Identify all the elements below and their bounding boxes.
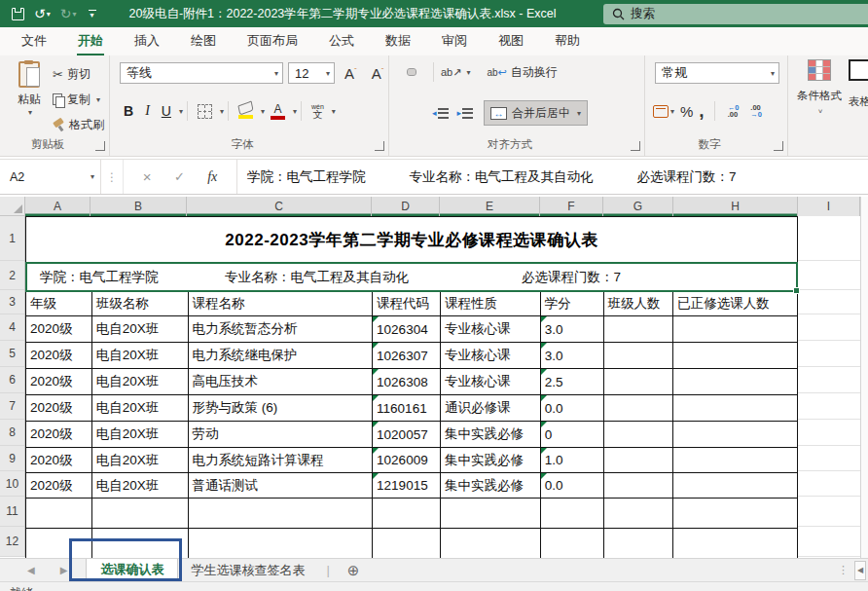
table-cell[interactable] [91, 529, 188, 558]
orientation-button[interactable]: ab↗ [441, 66, 461, 79]
table-cell[interactable] [603, 422, 673, 447]
underline-button[interactable]: U [156, 103, 177, 119]
row-header-11[interactable]: 11 [0, 497, 24, 527]
table-cell[interactable] [603, 343, 673, 368]
table-cell[interactable]: 0.0 [540, 473, 603, 498]
table-cell[interactable] [672, 529, 797, 558]
table-cell[interactable] [540, 529, 603, 558]
table-title-cell[interactable]: 2022-2023学年第二学期专业必修课程选课确认表 [26, 217, 797, 262]
table-cell[interactable]: 电自20X班 [91, 473, 188, 498]
ribbon-tab-file[interactable]: 文件 [6, 27, 62, 55]
table-cell[interactable]: 电自20X班 [91, 343, 188, 368]
decrease-decimal-button[interactable]: .00→0 [747, 104, 765, 118]
table-cell[interactable]: 2020级 [26, 395, 91, 421]
table-cell[interactable] [603, 316, 673, 342]
cut-button[interactable]: ✂ 剪切 [53, 63, 90, 85]
new-sheet-button[interactable]: ⊕ [338, 559, 370, 581]
customize-toolbar-button[interactable]: ▾ [89, 10, 96, 18]
ribbon-tab-视图[interactable]: 视图 [483, 27, 539, 55]
column-header-E[interactable]: E [440, 197, 540, 216]
top-align-button[interactable] [397, 69, 405, 75]
column-header-F[interactable]: F [540, 197, 603, 216]
number-format-combo[interactable]: 常规 ▾ [655, 62, 779, 84]
sheet-tab-学生选课核查签名表[interactable]: 学生选课核查签名表 [177, 559, 318, 581]
dialog-launcher-icon[interactable] [95, 141, 105, 151]
column-header-A[interactable]: A [25, 197, 90, 216]
accounting-format-button[interactable]: ▾ [653, 105, 674, 118]
table-cell[interactable]: 劳动 [188, 422, 373, 447]
hscroll-left-button[interactable]: ◀ [854, 561, 866, 580]
table-cell[interactable]: 3.0 [540, 316, 603, 342]
middle-align-button[interactable] [408, 69, 416, 75]
ribbon-tab-数据[interactable]: 数据 [370, 27, 426, 55]
table-cell[interactable]: 通识必修课 [440, 395, 540, 421]
table-cell[interactable] [540, 499, 603, 528]
sheet-tab-选课确认表[interactable]: 选课确认表 [87, 559, 177, 581]
align-center-button[interactable] [408, 110, 416, 116]
ribbon-tab-开始[interactable]: 开始 [62, 27, 119, 55]
table-cell[interactable]: 形势与政策 (6) [188, 395, 373, 421]
table-cell[interactable] [672, 343, 797, 368]
percent-style-button[interactable]: % [680, 103, 693, 120]
table-cell[interactable]: 电自20X班 [91, 395, 188, 421]
column-header-G[interactable]: G [603, 197, 673, 216]
row-header-8[interactable]: 8 [0, 420, 24, 446]
table-cell[interactable] [672, 448, 797, 472]
font-size-combo[interactable]: 12 ▾ [288, 62, 335, 84]
table-cell[interactable]: 电自20X班 [91, 316, 188, 342]
table-cell[interactable]: 2020级 [26, 473, 91, 498]
table-cell[interactable]: 1026009 [372, 448, 440, 472]
select-all-corner[interactable] [0, 197, 25, 215]
ribbon-tab-公式[interactable]: 公式 [313, 27, 370, 55]
table-cell[interactable]: 3.0 [540, 343, 603, 368]
search-box[interactable]: 搜索 [603, 4, 868, 24]
table-cell[interactable]: 1219015 [372, 473, 440, 498]
table-cell[interactable]: 电力系统继电保护 [188, 343, 373, 368]
table-cell[interactable] [672, 369, 797, 394]
increase-decimal-button[interactable]: ←0.00 [725, 104, 742, 118]
table-cell[interactable]: 1026304 [372, 316, 440, 342]
table-cell[interactable]: 1026308 [372, 369, 440, 394]
table-cell[interactable]: 2020级 [26, 422, 91, 447]
table-cell[interactable]: 0 [540, 422, 603, 447]
table-cell[interactable]: 电自20X班 [91, 422, 188, 447]
format-as-table-button[interactable]: 表格 [849, 59, 868, 109]
wrap-text-button[interactable]: ab↩ 自动换行 [487, 64, 557, 81]
phonetic-guide-button[interactable]: wén文 [306, 103, 330, 120]
row-header-6[interactable]: 6 [0, 367, 24, 393]
sheet-nav-left-icon[interactable]: ◀ [0, 559, 35, 581]
table-cell[interactable]: 课程代码 [372, 292, 440, 315]
tabbar-splitter[interactable]: ⋮ [838, 564, 849, 576]
table-cell[interactable]: 2.5 [540, 369, 603, 394]
dialog-launcher-icon[interactable] [631, 141, 640, 151]
table-cell[interactable]: 专业核心课 [440, 316, 540, 342]
table-cell[interactable]: 电自20X班 [91, 369, 188, 394]
row-header-10[interactable]: 10 [0, 471, 24, 497]
table-cell[interactable] [26, 529, 91, 558]
table-cell[interactable]: 普通话测试 [188, 473, 373, 498]
ribbon-tab-绘图[interactable]: 绘图 [175, 27, 232, 55]
font-name-combo[interactable]: 等线 ▾ [120, 62, 283, 84]
dialog-launcher-icon[interactable] [774, 141, 783, 151]
table-cell[interactable] [91, 499, 188, 528]
table-cell[interactable]: 学分 [540, 292, 603, 315]
table-cell[interactable] [672, 395, 797, 421]
table-cell[interactable]: 集中实践必修 [440, 448, 540, 472]
paste-button[interactable]: 粘贴 ▾ [8, 61, 51, 135]
row-header-12[interactable]: 12 [0, 527, 24, 557]
column-header-D[interactable]: D [372, 197, 440, 216]
sheet-nav-right-icon[interactable]: ▶ [35, 559, 88, 581]
shrink-font-button[interactable]: Aˇ [367, 65, 389, 82]
row-header-3[interactable]: 3 [0, 290, 24, 314]
table-cell[interactable] [672, 499, 797, 528]
conditional-formatting-button[interactable]: 条件格式 ˅ [794, 59, 845, 116]
comma-style-button[interactable]: , [699, 106, 704, 116]
table-cell[interactable] [603, 499, 673, 528]
ribbon-tab-帮助[interactable]: 帮助 [539, 27, 596, 55]
bold-button[interactable]: B [118, 103, 139, 119]
column-header-H[interactable]: H [673, 197, 798, 216]
copy-button[interactable]: 复制 ▾ [53, 89, 100, 110]
save-button[interactable] [8, 3, 28, 24]
table-cell[interactable]: 电力系统暂态分析 [188, 316, 373, 342]
borders-button[interactable] [192, 104, 218, 119]
